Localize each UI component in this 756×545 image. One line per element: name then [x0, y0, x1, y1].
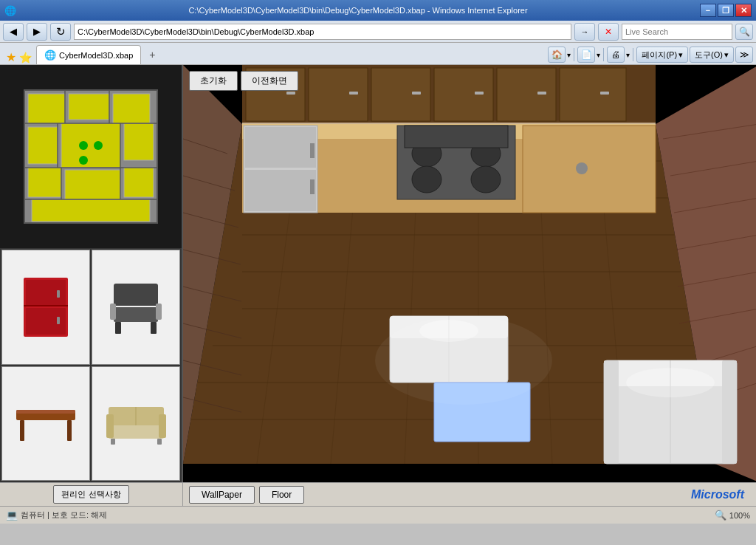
- svg-rect-90: [371, 68, 430, 121]
- feeds-dropdown-icon: ▾: [597, 51, 600, 59]
- title-bar-icon: 🌐: [4, 5, 16, 16]
- separator-1: [574, 48, 574, 61]
- home-button[interactable]: 🏠: [548, 47, 566, 63]
- thumb-sofa[interactable]: [92, 366, 180, 481]
- svg-point-12: [94, 141, 103, 150]
- table-svg: [13, 401, 79, 445]
- svg-rect-110: [405, 126, 508, 148]
- computer-icon: 💻: [6, 510, 18, 521]
- page-button[interactable]: 페이지(P) ▾: [636, 47, 688, 63]
- floorplan-svg: [17, 83, 165, 230]
- microsoft-logo: Microsoft: [691, 488, 750, 501]
- forward-button[interactable]: ▶: [27, 23, 47, 41]
- new-tab-button[interactable]: +: [142, 45, 162, 64]
- svg-rect-98: [537, 92, 546, 95]
- zoom-icon: 🔍: [715, 510, 726, 521]
- viewport-buttons: 초기화 이전화면: [189, 71, 298, 91]
- svg-rect-8: [65, 170, 120, 199]
- left-panel: [0, 65, 183, 482]
- svg-rect-104: [310, 179, 315, 194]
- svg-rect-1: [28, 94, 65, 123]
- svg-rect-92: [497, 68, 556, 121]
- right-bottom-bar: WallPaper Floor Microsoft: [183, 483, 756, 506]
- edit-properties-button[interactable]: 편리인 선택사항: [53, 485, 128, 504]
- left-bottom-bar: 편리인 선택사항: [0, 483, 183, 506]
- chair-svg: [106, 278, 165, 337]
- prev-screen-button[interactable]: 이전화면: [241, 71, 298, 91]
- svg-rect-33: [151, 322, 157, 334]
- minimize-button[interactable]: −: [700, 4, 716, 17]
- stop-button[interactable]: ✕: [598, 23, 619, 41]
- svg-rect-39: [67, 420, 72, 441]
- svg-rect-10: [32, 199, 150, 222]
- go-button[interactable]: →: [574, 23, 595, 41]
- search-button[interactable]: 🔍: [735, 24, 753, 40]
- wallpaper-button[interactable]: WallPaper: [189, 486, 255, 504]
- svg-point-108: [412, 166, 441, 193]
- svg-point-123: [626, 368, 715, 397]
- svg-rect-2: [69, 94, 109, 120]
- viewport[interactable]: 초기화 이전화면: [183, 65, 756, 482]
- bottom-bar: 편리인 선택사항 WallPaper Floor Microsoft: [0, 482, 756, 506]
- ie-add-favorite-icon: ⭐: [19, 52, 32, 64]
- print-button[interactable]: 🖨: [607, 47, 625, 63]
- svg-rect-95: [349, 92, 358, 95]
- svg-rect-94: [286, 92, 295, 95]
- svg-rect-6: [124, 123, 154, 160]
- tools-button[interactable]: 도구(O) ▾: [690, 47, 734, 63]
- svg-rect-38: [20, 420, 24, 441]
- tools-dropdown-icon: ▾: [724, 50, 729, 60]
- tools-label: 도구(O): [695, 49, 723, 61]
- room-scene-svg: [183, 65, 756, 482]
- fridge-svg: [20, 274, 72, 340]
- feeds-button[interactable]: 📄: [577, 47, 595, 63]
- svg-rect-93: [560, 68, 626, 121]
- svg-rect-30: [114, 284, 158, 306]
- svg-rect-101: [245, 127, 316, 168]
- restore-button[interactable]: ❐: [718, 4, 734, 17]
- svg-rect-111: [523, 126, 656, 213]
- svg-rect-4: [28, 127, 58, 164]
- tab-icon: 🌐: [44, 49, 56, 61]
- tab-cybermodel[interactable]: 🌐 CyberModel3D.xbap: [36, 45, 141, 64]
- svg-rect-5: [61, 123, 120, 168]
- main-content: 초기화 이전화면: [0, 65, 756, 482]
- svg-rect-34: [110, 304, 116, 320]
- refresh-button[interactable]: ↻: [50, 23, 71, 41]
- floor-button[interactable]: Floor: [259, 486, 304, 504]
- minimap: [0, 65, 182, 248]
- title-bar: 🌐 C:\CyberModel3D\CyberModel3D\bin\Debug…: [0, 0, 756, 21]
- extra-button[interactable]: ≫: [735, 47, 753, 63]
- ie-star-icon: ★: [6, 50, 16, 64]
- zoom-percent: 100%: [729, 511, 750, 520]
- address-input[interactable]: [74, 24, 571, 40]
- svg-rect-121: [722, 360, 737, 464]
- svg-rect-42: [106, 414, 114, 438]
- thumb-fridge[interactable]: [1, 250, 90, 365]
- thumb-table[interactable]: [1, 366, 90, 481]
- svg-rect-37: [16, 410, 75, 414]
- sofa-svg: [105, 400, 168, 448]
- print-dropdown-icon: ▾: [626, 51, 630, 59]
- svg-rect-102: [245, 170, 316, 211]
- back-button[interactable]: ◀: [3, 23, 24, 41]
- svg-rect-35: [156, 304, 162, 320]
- svg-rect-89: [309, 68, 368, 121]
- title-bar-title: C:\CyberModel3D\CyberModel3D\bin\Debug\C…: [188, 6, 527, 15]
- svg-rect-103: [310, 143, 315, 158]
- svg-rect-41: [109, 425, 164, 439]
- svg-point-13: [79, 156, 88, 165]
- svg-rect-27: [57, 290, 60, 298]
- svg-rect-46: [157, 439, 162, 445]
- close-button[interactable]: ✕: [735, 4, 752, 17]
- reset-button[interactable]: 초기화: [189, 71, 238, 91]
- svg-rect-9: [124, 168, 154, 197]
- status-bar: 💻 컴퓨터 | 보호 모드: 해제 🔍 100%: [0, 506, 756, 524]
- svg-rect-7: [28, 168, 61, 197]
- svg-rect-3: [113, 94, 150, 123]
- thumb-chair[interactable]: [92, 250, 180, 365]
- search-input[interactable]: [622, 24, 732, 40]
- separator-2: [603, 48, 604, 61]
- svg-rect-31: [114, 307, 158, 322]
- svg-point-11: [79, 141, 88, 150]
